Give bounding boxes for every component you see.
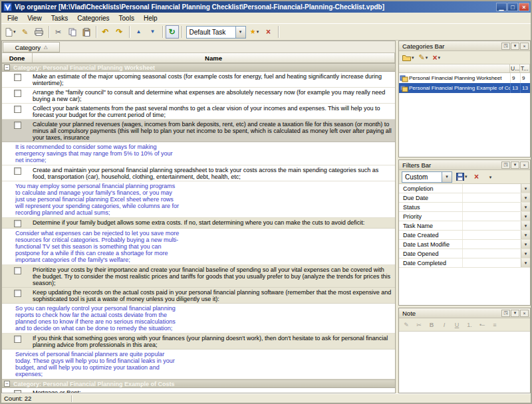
filter-dropdown-icon[interactable]: ▾	[521, 184, 530, 193]
menu-file[interactable]: File	[3, 13, 23, 23]
align-button[interactable]: ≡	[489, 319, 501, 330]
close-button[interactable]: ×	[519, 3, 529, 11]
category-row[interactable]: −Category: Personal Financial Planning E…	[2, 379, 395, 388]
done-checkbox[interactable]	[14, 390, 21, 393]
menu-tasks[interactable]: Tasks	[47, 13, 73, 23]
filter-dropdown-icon[interactable]: ▾	[521, 249, 530, 258]
numbered-list-button[interactable]: 1.	[464, 319, 475, 330]
filter-field-value[interactable]	[463, 231, 521, 239]
filter-field-value[interactable]	[463, 193, 521, 202]
filters-close-button[interactable]: ×	[520, 161, 529, 169]
task-row[interactable]: Mortgage or Rent:	[2, 388, 395, 393]
menu-help[interactable]: Help	[139, 13, 162, 23]
note-close-button[interactable]: ×	[520, 310, 529, 317]
categories-close-button[interactable]: ×	[520, 43, 529, 50]
column-header-done[interactable]: Done	[2, 53, 33, 62]
task-row[interactable]: Create and maintain your personal financ…	[2, 165, 395, 181]
filters-pin-button[interactable]: ▾	[511, 161, 519, 169]
total-column[interactable]: T...	[520, 64, 530, 72]
collapse-category-icon[interactable]: −	[4, 64, 10, 70]
categories-pin-button[interactable]: ▾	[511, 43, 519, 50]
save-filter-button[interactable]: ▾	[454, 170, 469, 183]
new-category-button[interactable]: ▾	[400, 52, 416, 63]
move-up-button[interactable]: ▲	[132, 25, 146, 39]
menu-view[interactable]: View	[23, 13, 47, 23]
menu-tools[interactable]: Tools	[114, 13, 139, 23]
task-row[interactable]: If you think that something goes wrong w…	[2, 334, 395, 350]
italic-button[interactable]: I	[438, 319, 450, 330]
minimize-button[interactable]: ▁	[496, 3, 507, 11]
filter-field-value[interactable]	[463, 258, 521, 267]
done-checkbox[interactable]	[14, 74, 21, 81]
done-checkbox[interactable]	[14, 220, 21, 227]
filter-field-value[interactable]	[463, 212, 521, 221]
filters-bar-header[interactable]: Filters Bar ◳ ▾ ×	[399, 160, 530, 170]
filters-float-button[interactable]: ◳	[501, 161, 510, 169]
note-header[interactable]: Note ◳ ▾ ×	[399, 308, 530, 318]
title-bar[interactable]: Vip organizer [M:\Vlad\Checklists\Person…	[1, 1, 531, 13]
note-content[interactable]	[399, 332, 530, 393]
done-checkbox[interactable]	[14, 267, 21, 274]
collapse-category-icon[interactable]: −	[4, 381, 10, 387]
filter-dropdown-icon[interactable]: ▾	[521, 221, 530, 230]
done-checkbox[interactable]	[14, 106, 21, 113]
redo-button[interactable]: ↷	[113, 25, 126, 39]
filter-dropdown-icon[interactable]: ▾	[521, 212, 530, 221]
task-row[interactable]: Make an estimate of the major upcoming s…	[2, 72, 395, 88]
done-checkbox[interactable]	[14, 122, 21, 129]
filter-dropdown-icon[interactable]: ▾	[521, 231, 530, 239]
filter-dropdown-icon[interactable]: ▾	[521, 258, 530, 267]
filter-field-value[interactable]	[463, 184, 521, 193]
task-template-button[interactable]: ★▾	[248, 25, 261, 39]
edit-task-button[interactable]: ✎	[19, 25, 32, 39]
new-task-button[interactable]: ▾	[3, 25, 18, 39]
filter-dropdown-icon[interactable]: ▾	[521, 203, 530, 211]
done-checkbox[interactable]	[14, 290, 21, 297]
refresh-button[interactable]: ↻	[166, 25, 179, 39]
copy-button[interactable]	[66, 25, 79, 39]
move-down-button[interactable]: ▼	[146, 25, 160, 39]
undo-button[interactable]: ↶	[99, 25, 112, 39]
done-checkbox[interactable]	[14, 336, 21, 343]
task-row[interactable]: Keep updating the records on the actual …	[2, 288, 395, 304]
default-task-combo[interactable]: Default Task ▾	[186, 26, 246, 39]
delete-category-button[interactable]: ×▾	[430, 52, 442, 63]
underline-button[interactable]: U	[451, 319, 463, 330]
menu-categories[interactable]: Categories	[72, 13, 114, 23]
task-row[interactable]: Determine if your family budget allows s…	[2, 218, 395, 229]
task-row[interactable]: Collect your bank statements from the pa…	[2, 104, 395, 120]
done-checkbox[interactable]	[14, 90, 21, 97]
note-float-button[interactable]: ◳	[501, 310, 510, 317]
filter-options-button[interactable]: ▾	[484, 170, 497, 183]
category-item[interactable]: Personal Financial Planning Example of C…	[399, 83, 530, 93]
task-row[interactable]: Prioritize your costs by their importanc…	[2, 265, 395, 288]
clear-filter-button[interactable]: ×	[470, 170, 483, 183]
filter-field-value[interactable]	[463, 240, 521, 249]
bullet-list-button[interactable]: •‒	[476, 319, 488, 330]
print-button[interactable]	[33, 25, 46, 39]
category-name-column[interactable]	[399, 64, 510, 72]
filter-dropdown-icon[interactable]: ▾	[521, 193, 530, 202]
done-checkbox[interactable]	[14, 167, 21, 175]
edit-note-button[interactable]: ✎	[400, 319, 412, 330]
maximize-button[interactable]: □	[507, 3, 518, 11]
uncompleted-column[interactable]: U...	[510, 64, 520, 72]
categories-bar-header[interactable]: Categories Bar ◳ ▾ ×	[399, 41, 530, 51]
task-row[interactable]: Arrange the "family council" to consult …	[2, 88, 395, 104]
filter-field-value[interactable]	[463, 203, 521, 211]
category-row[interactable]: −Category: Personal Financial Planning W…	[2, 63, 395, 72]
edit-category-button[interactable]: ✎▾	[417, 52, 430, 63]
filter-field-value[interactable]	[463, 249, 521, 258]
combo-dropdown-icon[interactable]: ▾	[442, 172, 452, 182]
cut-button[interactable]: ✂	[52, 25, 65, 39]
bold-button[interactable]: B	[426, 319, 438, 330]
delete-task-button[interactable]: ×	[262, 25, 275, 39]
group-by-category-button[interactable]: Category △	[3, 42, 60, 52]
note-pin-button[interactable]: ▾	[511, 310, 519, 317]
combo-dropdown-icon[interactable]: ▾	[235, 27, 245, 38]
task-row[interactable]: Calculate your planned revenues (wages, …	[2, 120, 395, 142]
category-item[interactable]: Personal Financial Planning Worksheet99	[399, 73, 530, 83]
filter-field-value[interactable]	[463, 221, 521, 230]
column-header-name[interactable]: Name	[33, 53, 395, 62]
filter-dropdown-icon[interactable]: ▾	[521, 240, 530, 249]
